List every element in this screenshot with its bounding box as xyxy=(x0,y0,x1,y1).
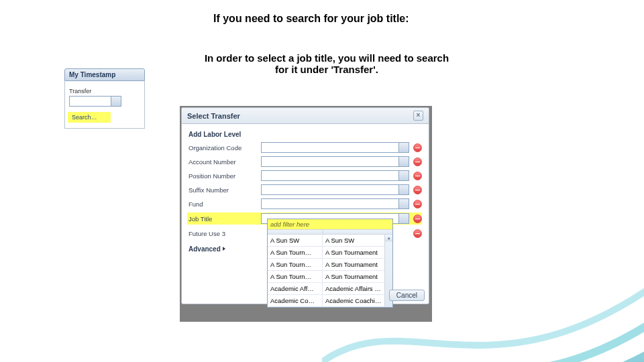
dropdown-row[interactable]: Academic Co…Academic Coaching xyxy=(268,295,392,307)
chevron-down-icon xyxy=(402,145,406,148)
modal-title: Select Transfer xyxy=(187,112,240,120)
dropdown-cell: A Sun Tourn… xyxy=(268,259,323,270)
dropdown-row[interactable]: A Sun Tourn…A Sun Tournament xyxy=(268,271,392,283)
dropdown-cell: Academic Co… xyxy=(268,295,323,306)
chevron-down-icon xyxy=(402,202,406,204)
field-row-position-number: Position Number xyxy=(189,170,422,181)
chevron-down-icon xyxy=(402,217,406,219)
position-number-dropdown[interactable] xyxy=(261,170,409,181)
my-timestamp-tab[interactable]: My Timestamp xyxy=(64,68,145,81)
dropdown-cell: A Sun Tourn… xyxy=(268,247,323,258)
dropdown-row[interactable]: Academic Aff…Academic Affairs PT xyxy=(268,283,392,295)
remove-icon[interactable] xyxy=(413,143,422,152)
chevron-down-icon xyxy=(402,174,406,176)
field-label: Future Use 3 xyxy=(189,230,257,237)
field-label: Account Number xyxy=(189,158,257,166)
scroll-up-icon[interactable]: ▴ xyxy=(385,235,392,241)
field-row-suffix-number: Suffix Number xyxy=(189,184,422,195)
my-timestamp-panel: My Timestamp Transfer Search… xyxy=(64,68,145,129)
suffix-number-dropdown[interactable] xyxy=(261,184,409,195)
dropdown-row[interactable]: A Sun Tourn…A Sun Tournament xyxy=(268,247,392,259)
dropdown-cell: Academic Affairs PT xyxy=(323,283,384,294)
chevron-down-icon xyxy=(402,188,406,190)
transfer-dropdown[interactable] xyxy=(69,96,121,107)
fund-dropdown[interactable] xyxy=(261,198,409,209)
job-title-dropdown-panel: add filter here ▴ A Sun SWA Sun SWA Sun … xyxy=(267,219,393,308)
field-label: Job Title xyxy=(189,215,257,223)
field-label: Fund xyxy=(189,200,257,208)
account-number-dropdown[interactable] xyxy=(261,156,409,167)
dropdown-header xyxy=(268,229,392,235)
dropdown-row[interactable]: A Sun SWA Sun SW xyxy=(268,235,392,247)
dropdown-cell: A Sun Tournament xyxy=(323,259,384,270)
section-heading: Add Labor Level xyxy=(189,131,422,138)
field-row-account-number: Account Number xyxy=(189,156,422,167)
field-row-fund: Fund xyxy=(189,198,422,209)
cancel-button[interactable]: Cancel xyxy=(389,290,425,301)
org-code-dropdown[interactable] xyxy=(261,142,409,153)
field-row-org-code: Organization Code xyxy=(189,142,422,153)
dropdown-cell: A Sun Tourn… xyxy=(268,271,323,282)
dropdown-cell: Academic Aff… xyxy=(268,283,323,294)
page-subheading: In order to select a job title, you will… xyxy=(201,52,452,75)
remove-icon[interactable] xyxy=(413,172,422,180)
dropdown-row[interactable]: A Sun Tourn…A Sun Tournament xyxy=(268,259,392,271)
dropdown-cell: A Sun SW xyxy=(268,235,323,246)
chevron-down-icon xyxy=(114,99,118,102)
chevron-down-icon xyxy=(402,160,406,162)
close-button[interactable]: × xyxy=(413,111,423,121)
dropdown-cell: A Sun Tournament xyxy=(323,247,384,258)
transfer-label: Transfer xyxy=(69,88,140,95)
remove-icon[interactable] xyxy=(413,229,422,238)
field-label: Suffix Number xyxy=(189,186,257,194)
chevron-right-icon xyxy=(223,247,225,251)
remove-icon[interactable] xyxy=(413,215,422,223)
page-heading: If you need to search for your job title… xyxy=(213,12,409,26)
dropdown-cell: A Sun SW xyxy=(323,235,384,246)
dropdown-filter-input[interactable]: add filter here xyxy=(268,219,392,229)
field-label: Position Number xyxy=(189,172,257,180)
field-label: Organization Code xyxy=(189,144,257,152)
remove-icon[interactable] xyxy=(413,200,422,208)
dropdown-cell: A Sun Tournament xyxy=(323,271,384,282)
dropdown-cell: Academic Coaching xyxy=(323,295,384,306)
remove-icon[interactable] xyxy=(413,158,422,166)
remove-icon[interactable] xyxy=(413,186,422,194)
search-link[interactable]: Search… xyxy=(69,113,109,121)
